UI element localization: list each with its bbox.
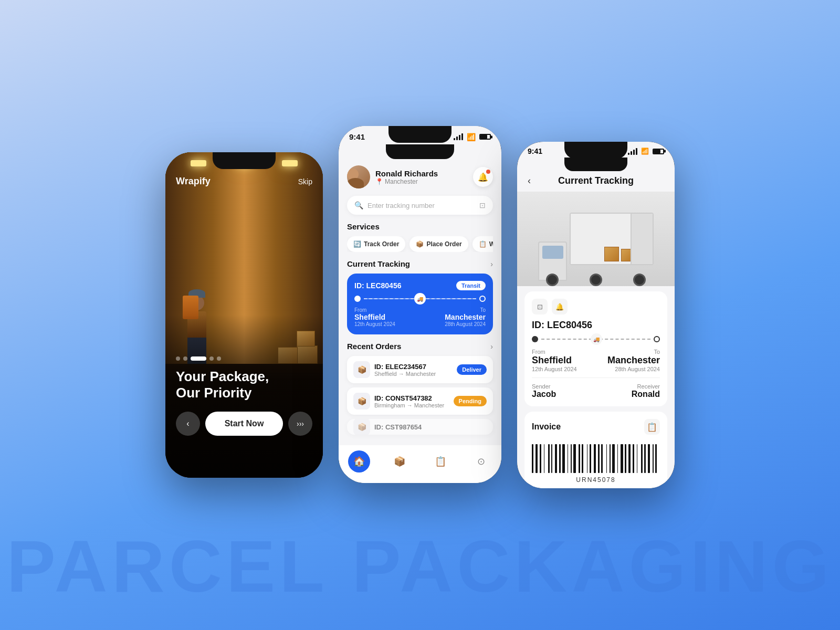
tracking-section-header: Current Tracking › <box>347 259 493 268</box>
skip-button[interactable]: Skip <box>298 177 312 186</box>
next-icon: ››› <box>297 419 304 428</box>
profile-icon: ⊙ <box>477 456 485 467</box>
tracking-detail-card: ⊡ 🔔 ID: LEC80456 🚚 From Sheffield <box>524 291 667 406</box>
order-details: ID: ELEC234567 Sheffield → Manchester <box>374 363 436 377</box>
transit-badge: Transit <box>456 281 486 290</box>
dot-1 <box>176 356 180 361</box>
nav-home[interactable]: 🏠 <box>348 450 370 472</box>
route-labels: From Sheffield 12th August 2024 To Manch… <box>354 307 486 327</box>
phone-notch <box>388 126 452 143</box>
truck-progress-icon: 🚚 <box>591 333 602 345</box>
dot-3-active <box>191 356 206 361</box>
barcode <box>532 444 660 473</box>
receiver-label: Receiver <box>632 383 660 390</box>
signal-icon <box>454 133 463 140</box>
place-order-label: Place Order <box>426 240 461 248</box>
recent-orders-list: 📦 ID: ELEC234567 Sheffield → Manchester … <box>347 356 493 435</box>
service-track-order[interactable]: 🔄 Track Order <box>347 236 405 252</box>
start-now-button[interactable]: Start Now <box>205 412 283 436</box>
wifi-icon: 📶 <box>641 148 649 155</box>
order-route: Birmingham → Manchester <box>374 402 444 408</box>
notification-button[interactable]: 🔔 <box>473 167 493 187</box>
status-time: 9:41 <box>349 132 365 141</box>
orders-arrow-icon[interactable]: › <box>490 342 493 351</box>
more-icon: 📋 <box>479 240 487 248</box>
order-item-1[interactable]: 📦 ID: ELEC234567 Sheffield → Manchester … <box>347 356 493 383</box>
route-truck-icon: 🚚 <box>414 293 426 304</box>
service-place-order[interactable]: 📦 Place Order <box>410 236 468 252</box>
prev-icon: ‹ <box>186 419 189 428</box>
order-id: ID: ELEC234567 <box>374 363 436 371</box>
phone-tracking-detail: 9:41 📶 ‹ Current <box>517 142 675 488</box>
from-date: 12th August 2024 <box>354 321 395 327</box>
phone-dashboard: 9:41 📶 <box>339 126 501 483</box>
truck-body <box>538 213 654 281</box>
back-button[interactable]: ‹ <box>528 175 531 186</box>
tracking-title: Current Tracking <box>347 259 410 268</box>
package-scan-icon[interactable]: ⊡ <box>532 299 548 314</box>
home-icon: 🏠 <box>353 456 365 467</box>
sender-label: Sender <box>532 383 556 390</box>
nav-orders[interactable]: 📋 <box>429 450 452 472</box>
box <box>604 247 619 261</box>
dot-5 <box>217 356 221 361</box>
order-left: 📦 ID: ELEC234567 Sheffield → Manchester <box>353 361 436 378</box>
dot-4 <box>209 356 214 361</box>
end-dot <box>654 336 660 342</box>
invoice-title: Invoice <box>532 422 561 432</box>
invoice-download-icon[interactable]: 📋 <box>644 419 660 435</box>
search-bar[interactable]: 🔍 Enter tracking number ⊡ <box>347 196 493 215</box>
bell-detail-icon[interactable]: 🔔 <box>552 299 568 314</box>
phone-notch <box>564 142 627 159</box>
order-item-3[interactable]: 📦 ID: CST987654 <box>347 419 493 435</box>
user-info: Ronald Richards 📍 Manchester <box>347 165 438 188</box>
orders-section-header: Recent Orders › <box>347 342 493 351</box>
signal-icon <box>628 148 637 155</box>
status-icons: 📶 <box>628 147 664 155</box>
nav-profile[interactable]: ⊙ <box>470 450 492 472</box>
background-text: PARCEL PACKAGING <box>0 524 840 609</box>
service-more[interactable]: 📋 Wa... <box>472 236 493 252</box>
order-status-pending: Pending <box>454 396 487 406</box>
battery-icon <box>479 134 491 140</box>
phone1-header: Wrapify Skip <box>165 176 323 187</box>
route-visualization: 🚚 <box>532 336 660 342</box>
order-item-2[interactable]: 📦 ID: CONST547382 Birmingham → Mancheste… <box>347 387 493 415</box>
detail-action-icons: ⊡ 🔔 <box>532 299 568 314</box>
order-left: 📦 ID: CST987654 <box>353 419 422 435</box>
route-end-dot <box>479 296 486 302</box>
truck-trailer <box>570 213 654 265</box>
wifi-icon: 📶 <box>467 133 476 141</box>
order-left: 📦 ID: CONST547382 Birmingham → Mancheste… <box>353 393 444 410</box>
nav-packages[interactable]: 📦 <box>388 450 411 472</box>
route-start-dot <box>354 296 361 302</box>
battery-icon <box>653 149 664 154</box>
phones-container: Wrapify Skip Your Package,Our Priority <box>165 142 675 488</box>
cab-window <box>542 246 563 259</box>
order-id: ID: CST987654 <box>374 423 422 431</box>
notification-dot <box>486 170 490 174</box>
to-date: 28th August 2024 <box>445 321 486 327</box>
receiver-col: Receiver Ronald <box>632 383 660 399</box>
services-title: Services <box>347 222 380 231</box>
pagination-dots <box>176 356 312 361</box>
invoice-header: Invoice 📋 <box>532 419 660 435</box>
phone-onboarding: Wrapify Skip Your Package,Our Priority <box>165 152 323 478</box>
truck-wheels <box>538 274 654 286</box>
tracking-card-header: ID: LEC80456 Transit <box>354 281 486 290</box>
wheel-2 <box>590 274 602 286</box>
detail-tracking-id: ID: LEC80456 <box>532 320 660 331</box>
tracking-arrow-icon[interactable]: › <box>490 260 493 268</box>
barcode-container: URN45078 <box>532 441 660 487</box>
order-icon: 📦 <box>353 393 370 410</box>
trailer-boxes <box>604 246 647 261</box>
status-icons: 📶 <box>454 133 491 141</box>
search-icon: 🔍 <box>354 201 363 209</box>
tracking-card[interactable]: ID: LEC80456 Transit 🚚 From Sheffiel <box>347 274 493 334</box>
route-dashed-line: 🚚 <box>541 339 650 340</box>
to-label: To <box>607 349 660 355</box>
order-route: Sheffield → Manchester <box>374 371 436 377</box>
prev-button[interactable]: ‹ <box>176 412 200 436</box>
next-button[interactable]: ››› <box>288 412 312 436</box>
tracking-id: ID: LEC80456 <box>354 281 401 290</box>
